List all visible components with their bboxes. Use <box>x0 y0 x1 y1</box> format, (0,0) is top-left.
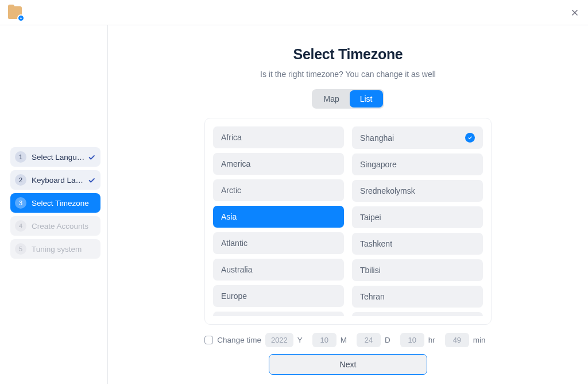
list-item-label: Taipei <box>360 213 381 222</box>
check-icon <box>87 153 96 162</box>
region-item[interactable]: Africa <box>213 126 344 148</box>
step-keyboard-layout[interactable]: 2 Keyboard La… <box>10 170 100 190</box>
title-bar <box>0 0 588 25</box>
step-number: 3 <box>15 197 26 209</box>
step-tuning-system[interactable]: 5 Tuning system <box>10 239 100 259</box>
day-input[interactable]: 24 <box>357 333 381 347</box>
city-item[interactable]: Shanghai <box>352 126 483 149</box>
list-item-label: Europe <box>221 291 247 301</box>
list-item-label: Tbilisi <box>360 266 381 275</box>
step-select-language[interactable]: 1 Select Langu… <box>10 147 100 167</box>
page-title: Select Timezone <box>293 46 403 63</box>
region-item[interactable]: Australia <box>213 259 344 281</box>
step-label: Create Accounts <box>32 222 96 231</box>
region-item[interactable]: Arctic <box>213 179 344 201</box>
hour-input[interactable]: 10 <box>400 333 424 347</box>
city-item[interactable]: Srednekolymsk <box>352 180 483 202</box>
list-item-label: Africa <box>221 133 242 142</box>
step-label: Select Timezone <box>32 199 96 208</box>
year-input[interactable]: 2022 <box>265 333 293 347</box>
change-time-row: Change time 2022 Y 10 M 24 D 10 hr 49 mi… <box>204 333 491 347</box>
selected-check-icon <box>465 133 475 143</box>
check-icon <box>87 176 96 185</box>
month-input[interactable]: 10 <box>312 333 336 347</box>
list-item-label: Srednekolymsk <box>360 186 415 195</box>
close-icon[interactable] <box>570 7 580 18</box>
change-time-label: Change time <box>217 336 261 344</box>
region-item[interactable]: Europe <box>213 285 344 307</box>
step-number: 1 <box>15 151 26 163</box>
list-item-label: Shanghai <box>360 133 394 143</box>
list-item-label: Atlantic <box>221 239 247 248</box>
list-item-label: Asia <box>221 212 237 221</box>
minute-input[interactable]: 49 <box>445 333 469 347</box>
day-unit: D <box>385 336 390 344</box>
view-tabs: Map List <box>312 89 384 109</box>
region-item[interactable]: America <box>213 153 344 175</box>
step-number: 5 <box>15 243 26 255</box>
step-label: Select Langu… <box>32 153 85 162</box>
step-number: 2 <box>15 174 26 186</box>
list-item-label: America <box>221 159 250 168</box>
month-unit: M <box>341 336 347 344</box>
next-button[interactable]: Next <box>269 354 427 375</box>
year-unit: Y <box>297 336 303 344</box>
minute-unit: min <box>473 336 486 344</box>
tab-map[interactable]: Map <box>313 90 349 107</box>
region-item[interactable]: Indian <box>213 312 344 316</box>
step-label: Keyboard La… <box>32 176 85 185</box>
timezone-lists: Africa America Arctic Asia Atlantic Aust… <box>204 118 492 325</box>
city-list[interactable]: Shanghai Singapore Srednekolymsk Taipei … <box>352 126 483 316</box>
list-item-label: Tehran <box>360 292 385 301</box>
city-item[interactable]: Singapore <box>352 153 483 175</box>
list-item-label: Singapore <box>360 160 397 169</box>
step-number: 4 <box>15 220 26 232</box>
list-item-label: Australia <box>221 265 252 274</box>
step-select-timezone[interactable]: 3 Select Timezone <box>10 193 100 213</box>
download-badge-icon <box>17 14 25 22</box>
step-label: Tuning system <box>32 245 96 254</box>
main-panel: Select Timezone Is it the right timezone… <box>108 25 588 384</box>
change-time-checkbox[interactable] <box>204 336 213 344</box>
list-item-label: Arctic <box>221 186 241 195</box>
tab-list[interactable]: List <box>350 90 383 107</box>
city-item[interactable]: Tehran <box>352 286 483 308</box>
city-item[interactable]: Tashkent <box>352 233 483 255</box>
region-list[interactable]: Africa America Arctic Asia Atlantic Aust… <box>213 126 344 316</box>
city-item[interactable]: Taipei <box>352 206 483 228</box>
city-item[interactable]: Tbilisi <box>352 259 483 281</box>
city-item[interactable]: Thimphu <box>352 312 483 316</box>
hour-unit: hr <box>428 336 435 344</box>
region-item[interactable]: Atlantic <box>213 232 344 254</box>
steps-sidebar: 1 Select Langu… 2 Keyboard La… 3 Select … <box>0 25 108 384</box>
list-item-label: Tashkent <box>360 239 392 248</box>
page-subtitle: Is it the right timezone? You can change… <box>260 70 436 79</box>
step-create-accounts[interactable]: 4 Create Accounts <box>10 216 100 236</box>
app-logo <box>8 6 22 19</box>
region-item[interactable]: Asia <box>213 206 344 228</box>
